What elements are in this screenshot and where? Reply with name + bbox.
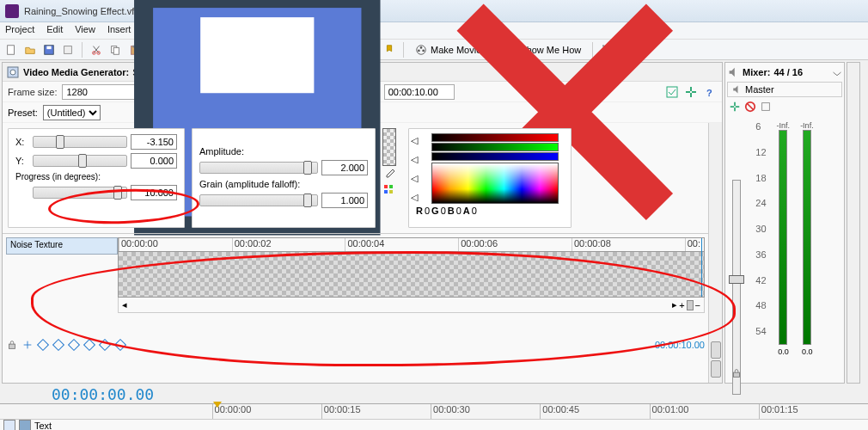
play-cursor-icon[interactable] xyxy=(213,402,222,408)
svg-rect-28 xyxy=(200,17,314,93)
new-icon[interactable] xyxy=(3,42,19,58)
progress-value-input[interactable] xyxy=(131,185,177,200)
main-timecode[interactable]: 00:00:00.00 xyxy=(52,385,154,403)
save-icon[interactable] xyxy=(41,42,57,58)
video-media-generator-panel: Video Media Generator: Sony Noise Textur… xyxy=(2,62,723,384)
grain-value-input[interactable] xyxy=(321,193,368,208)
mixer-master-row[interactable]: Master xyxy=(727,82,842,97)
svg-rect-33 xyxy=(9,344,15,348)
kf-next-icon[interactable] xyxy=(99,339,111,351)
kf-track-body[interactable] xyxy=(118,251,705,298)
mixer-panel: Mixer: 44 / 16 Master 61218 243036 42485… xyxy=(724,62,845,384)
track-tab-icon[interactable] xyxy=(3,420,15,430)
kf-end-timecode: 00:00:10.00 xyxy=(655,340,705,350)
dim-icon[interactable] xyxy=(760,101,772,113)
offset-box: X: Y: Progress (in degrees): xyxy=(8,128,185,228)
tri-marker-icon[interactable]: ◁ xyxy=(411,154,418,165)
color-spectrum[interactable] xyxy=(431,163,559,204)
sync-cursor-icon[interactable] xyxy=(21,339,34,351)
cut-icon[interactable] xyxy=(89,42,104,58)
svg-rect-32 xyxy=(389,190,393,194)
x-slider[interactable] xyxy=(33,136,127,148)
green-gradient[interactable] xyxy=(431,143,559,151)
properties-icon[interactable] xyxy=(60,42,76,58)
lock-icon[interactable] xyxy=(6,339,18,351)
menu-edit[interactable]: Edit xyxy=(46,24,63,37)
rgba-readout: R0 G0 B0 A0 xyxy=(413,206,567,216)
mixer-title: Mixer: xyxy=(743,67,770,77)
svg-rect-35 xyxy=(762,103,770,111)
timeline-ruler[interactable]: 00:00:00 00:00:15 00:00:30 00:00:45 00:0… xyxy=(0,403,868,419)
kf-last-icon[interactable] xyxy=(114,339,126,351)
master-label: Master xyxy=(745,84,774,95)
meter-scale: 61218 243036 424854 xyxy=(755,121,766,336)
mute-icon[interactable] xyxy=(744,101,756,113)
docked-sidebar[interactable] xyxy=(847,62,860,384)
kf-track-label[interactable]: Noise Texture xyxy=(6,237,118,255)
kf-prev-icon[interactable] xyxy=(52,339,64,351)
blue-gradient[interactable] xyxy=(431,152,559,161)
mixer-menu-icon[interactable] xyxy=(832,67,842,77)
red-gradient[interactable] xyxy=(431,133,559,142)
fader-lock-icon[interactable] xyxy=(730,367,743,379)
y-label: Y: xyxy=(15,156,29,166)
tri-marker-icon[interactable]: ◁ xyxy=(411,192,418,203)
zoom-in-icon[interactable]: + xyxy=(679,300,684,310)
app-icon xyxy=(5,4,19,18)
grain-slider[interactable] xyxy=(199,194,318,206)
generator-icon xyxy=(6,65,20,79)
panel-vscroll[interactable] xyxy=(708,123,722,383)
kf-cursor[interactable] xyxy=(701,238,702,297)
preset-label: Preset: xyxy=(8,108,38,118)
track-tab-label[interactable]: Text xyxy=(34,421,52,430)
alpha-checker-icon xyxy=(382,128,396,166)
kf-add-icon[interactable] xyxy=(68,339,80,351)
track-tab2-icon[interactable] xyxy=(19,420,31,430)
progress-label: Progress (in degrees): xyxy=(15,172,125,181)
menu-view[interactable]: View xyxy=(75,24,95,37)
svg-rect-31 xyxy=(384,190,388,194)
tri-marker-icon[interactable]: ◁ xyxy=(411,135,418,146)
y-slider[interactable] xyxy=(33,155,127,167)
color-model-icon[interactable] xyxy=(382,183,396,197)
meter-right xyxy=(803,130,811,345)
frame-size-label: Frame size: xyxy=(8,87,57,97)
svg-rect-3 xyxy=(64,46,72,53)
amplitude-value-input[interactable] xyxy=(321,160,368,175)
progress-slider[interactable] xyxy=(33,187,127,199)
meter-l-inf: -Inf. xyxy=(777,121,791,130)
zoom-out-icon[interactable]: − xyxy=(695,300,700,310)
svg-rect-36 xyxy=(734,372,740,377)
kf-transport: 00:00:10.00 xyxy=(3,336,708,353)
amplitude-slider[interactable] xyxy=(199,162,318,174)
amplitude-label: Amplitude: xyxy=(199,146,244,157)
timeline-track-row: Text xyxy=(0,419,868,430)
kf-first-icon[interactable] xyxy=(37,339,49,351)
scroll-left-icon[interactable]: ◂ xyxy=(122,299,127,310)
kf-scrollbar[interactable]: ◂ ▸ + − xyxy=(118,298,705,313)
speaker-icon xyxy=(731,84,742,95)
eyedropper-icon[interactable] xyxy=(382,168,396,181)
svg-rect-0 xyxy=(8,45,15,54)
kf-del-icon[interactable] xyxy=(83,339,95,351)
zoom-handle[interactable] xyxy=(687,300,694,310)
y-value-input[interactable] xyxy=(131,153,177,169)
keyframe-area: Noise Texture 00:00:00 00:00:02 00:00:04… xyxy=(3,233,708,336)
x-value-input[interactable] xyxy=(131,134,177,150)
downmix-icon[interactable] xyxy=(729,101,741,113)
meter-left xyxy=(779,130,787,345)
scroll-right-icon[interactable]: ▸ xyxy=(672,299,677,310)
mixer-icon xyxy=(727,66,739,78)
preset-select[interactable]: (Untitled) xyxy=(43,105,101,120)
mixer-counts: 44 / 16 xyxy=(773,67,803,77)
menu-project[interactable]: Project xyxy=(5,24,34,37)
svg-point-24 xyxy=(10,70,15,75)
x-label: X: xyxy=(15,137,29,147)
tri-marker-icon[interactable]: ◁ xyxy=(411,173,418,184)
master-fader[interactable] xyxy=(732,180,741,395)
grain-label: Grain (amplitude falloff): xyxy=(199,179,300,189)
open-icon[interactable] xyxy=(22,42,38,58)
svg-rect-2 xyxy=(46,46,51,49)
color-box: R0 G0 B0 A0 ◁ ◁ ◁ ◁ xyxy=(408,128,572,228)
kf-time-ruler[interactable]: 00:00:00 00:00:02 00:00:04 00:00:06 00:0… xyxy=(118,237,705,251)
